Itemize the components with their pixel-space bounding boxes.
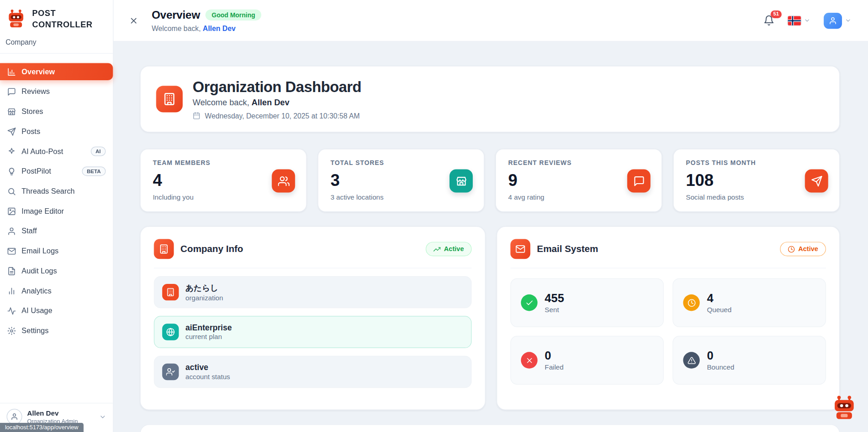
sidebar-item-analytics[interactable]: Analytics	[0, 282, 113, 299]
company-status-row[interactable]: active account status	[154, 356, 472, 388]
sidebar-item-label: Overview	[21, 67, 55, 76]
close-button[interactable]	[127, 14, 140, 27]
building-icon	[156, 86, 182, 112]
next-section-card-partial	[140, 424, 840, 432]
avatar	[824, 12, 842, 28]
sidebar-item-settings[interactable]: Settings	[0, 322, 113, 339]
send-icon	[7, 127, 16, 136]
avatar	[7, 409, 22, 424]
sidebar-item-overview[interactable]: Overview	[0, 63, 113, 80]
sidebar-item-reviews[interactable]: Reviews	[0, 83, 113, 100]
ai-badge: AI	[91, 147, 106, 156]
sidebar-item-audit-logs[interactable]: Audit Logs	[0, 262, 113, 280]
welcome-text: Welcome back, Allen Dev	[152, 24, 261, 32]
sidebar-item-label: AI Usage	[21, 307, 52, 315]
top-header: Overview Good Morning Welcome back, Alle…	[114, 0, 868, 41]
chevron-down-icon[interactable]	[99, 413, 106, 420]
email-system-title: Email System	[537, 243, 598, 254]
user-icon	[7, 226, 16, 235]
dashboard-welcome: Welcome back, Allen Dev	[193, 97, 362, 107]
dashboard-title: Organization Dashboard	[193, 78, 362, 96]
sidebar-item-label: Email Logs	[21, 247, 58, 255]
company-info-card: Company Info Active あたらし organization	[140, 226, 486, 410]
sidebar-item-postpilot[interactable]: PostPilot BETA	[0, 163, 113, 180]
activity-icon	[7, 306, 16, 315]
sidebar-item-stores[interactable]: Stores	[0, 103, 113, 120]
company-organization-row[interactable]: あたらし organization	[154, 276, 472, 308]
company-info-title: Company Info	[181, 243, 243, 254]
stat-cards: TEAM MEMBERS 4 Including you TOTAL STORE…	[140, 149, 840, 212]
beta-badge: BETA	[82, 166, 106, 176]
page-title: Overview	[152, 9, 200, 21]
email-tile-queued: 4 Queued	[672, 278, 826, 327]
sidebar-item-label: AI Auto-Post	[21, 147, 63, 155]
sidebar-item-label: Reviews	[21, 87, 50, 96]
clock-icon	[683, 294, 699, 311]
sidebar-item-ai-auto-post[interactable]: AI Auto-Post AI	[0, 143, 113, 160]
stat-card-total-stores: TOTAL STORES 3 3 active locations	[318, 149, 485, 212]
message-icon	[7, 87, 16, 96]
dashboard-date: Wednesday, December 10, 2025 at 10:30:58…	[193, 112, 362, 120]
sidebar-item-image-editor[interactable]: Image Editor	[0, 202, 113, 220]
gear-icon	[7, 326, 16, 335]
sidebar-item-label: Stores	[21, 108, 43, 116]
user-check-icon	[162, 364, 179, 380]
users-icon	[272, 170, 295, 193]
status-url-tooltip: localhost:5173/app/overview	[0, 423, 83, 432]
message-icon	[627, 170, 651, 193]
greeting-badge: Good Morning	[206, 10, 261, 21]
sidebar-item-label: Image Editor	[21, 207, 64, 215]
robot-mascot[interactable]	[830, 394, 858, 422]
welcome-user-link[interactable]: Allen Dev	[203, 24, 236, 32]
sidebar-item-posts[interactable]: Posts	[0, 123, 113, 140]
email-tile-bounced: 0 Bounced	[672, 336, 826, 385]
trend-up-icon	[434, 246, 441, 253]
alert-triangle-icon	[683, 352, 699, 368]
sidebar-item-label: Settings	[21, 326, 48, 334]
email-system-card: Email System Active 455 Sent	[496, 226, 840, 410]
sidebar-nav: Overview Reviews Stores Posts AI Auto-Po…	[0, 54, 113, 403]
sidebar-section-label: Company	[0, 33, 113, 54]
sidebar-item-label: Threads Search	[21, 187, 75, 195]
x-circle-icon	[521, 352, 537, 368]
sidebar-item-ai-usage[interactable]: AI Usage	[0, 302, 113, 319]
bar-chart-icon	[7, 286, 16, 295]
check-circle-icon	[521, 294, 537, 311]
clock-icon	[788, 246, 795, 253]
building-icon	[162, 284, 179, 300]
user-icon	[829, 16, 837, 25]
calendar-icon	[193, 112, 201, 119]
sidebar-header: POST CONTROLLER	[0, 0, 113, 33]
sidebar-item-label: Posts	[21, 127, 40, 135]
norway-flag-icon	[788, 16, 801, 26]
stat-card-recent-reviews: RECENT REVIEWS 9 4 avg rating	[496, 149, 662, 212]
company-plan-row[interactable]: aiEnterprise current plan	[154, 316, 472, 348]
notifications-button[interactable]: 51	[761, 13, 777, 28]
sidebar-item-staff[interactable]: Staff	[0, 222, 113, 240]
send-icon	[805, 170, 828, 193]
email-tile-sent: 455 Sent	[511, 278, 664, 327]
sidebar-item-label: Analytics	[21, 287, 52, 295]
app-viewport: POST CONTROLLER Company Overview Reviews…	[0, 0, 868, 432]
sidebar-item-threads-search[interactable]: Threads Search	[0, 183, 113, 200]
company-active-badge: Active	[426, 242, 472, 257]
mail-icon	[7, 247, 16, 255]
file-text-icon	[7, 267, 16, 275]
dashboard-hero-card: Organization Dashboard Welcome back, All…	[140, 66, 840, 133]
sidebar-item-label: Audit Logs	[21, 267, 57, 275]
account-menu-button[interactable]	[822, 10, 853, 31]
sidebar-item-email-logs[interactable]: Email Logs	[0, 242, 113, 260]
app-name: POST CONTROLLER	[32, 8, 93, 29]
sidebar-item-label: PostPilot	[21, 167, 51, 175]
stat-card-posts-this-month: POSTS THIS MONTH 108 Social media posts	[673, 149, 840, 212]
user-name: Allen Dev	[27, 409, 78, 417]
language-selector[interactable]	[785, 14, 813, 27]
app-logo-robot-icon	[5, 8, 26, 29]
main-content: Organization Dashboard Welcome back, All…	[114, 41, 868, 432]
user-icon	[10, 413, 18, 421]
sparkle-icon	[7, 147, 16, 155]
email-tile-failed: 0 Failed	[511, 336, 664, 385]
stat-card-team-members: TEAM MEMBERS 4 Including you	[140, 149, 307, 212]
store-icon	[450, 170, 473, 193]
lightbulb-icon	[7, 167, 16, 175]
